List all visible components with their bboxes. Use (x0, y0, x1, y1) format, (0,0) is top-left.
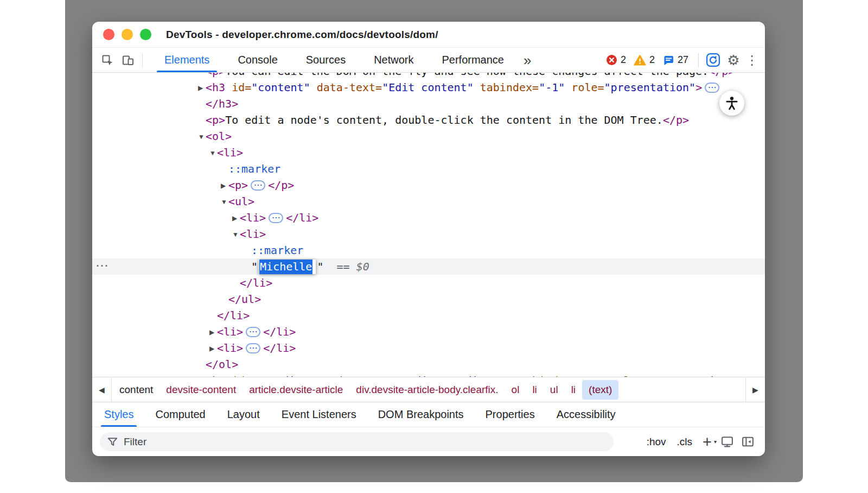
tab-network[interactable]: Network (360, 48, 427, 72)
token-attr: id= (225, 81, 251, 94)
toggle-sidebar-icon[interactable] (738, 432, 757, 452)
breadcrumb-item[interactable]: article.devsite-article (242, 380, 349, 400)
element-classes-button[interactable]: .cls (672, 434, 698, 450)
breadcrumb-item[interactable]: div.devsite-article-body.clearfix. (349, 380, 505, 400)
dom-tree-row[interactable]: </li> (92, 275, 765, 291)
dom-tree-row[interactable]: </h3> (92, 96, 765, 112)
warning-icon[interactable] (634, 54, 646, 66)
breadcrumb-item[interactable]: li (565, 380, 582, 400)
more-tabs-icon[interactable]: » (519, 53, 535, 67)
tab-sources[interactable]: Sources (292, 48, 360, 72)
sync-refresh-icon[interactable] (703, 50, 723, 70)
breadcrumb-forward-icon[interactable]: ▶ (745, 377, 765, 402)
filter-input[interactable] (124, 436, 341, 448)
issues-count[interactable]: 27 (678, 54, 688, 66)
disclosure-arrow-icon[interactable]: ▶ (232, 210, 240, 226)
dom-tree-row[interactable]: ::marker (92, 242, 765, 258)
disclosure-arrow-icon[interactable]: ▼ (232, 226, 240, 243)
inline-expand-icon[interactable]: ⋯ (246, 343, 260, 353)
token-tag: <h3 (206, 374, 225, 377)
breadcrumb-item[interactable]: devsite-content (159, 380, 242, 400)
disclosure-arrow-icon[interactable]: ▼ (221, 194, 228, 210)
token-text: To edit a node's content, double-click t… (225, 113, 663, 127)
token-dollar: $0 (356, 260, 369, 273)
dom-tree-row[interactable]: ▶<h3 id="content" data-text="Edit conten… (92, 79, 765, 96)
dom-tree-row[interactable]: ▼<li> (92, 226, 765, 242)
breadcrumb-back-icon[interactable]: ◀ (92, 377, 112, 402)
accessibility-overlay-button[interactable] (719, 91, 744, 116)
dom-tree-row[interactable]: </ul> (92, 291, 765, 307)
panel-tab-dom-breakpoints[interactable]: DOM Breakpoints (367, 402, 475, 427)
inline-expand-icon[interactable]: ⋯ (269, 213, 283, 223)
tab-console[interactable]: Console (224, 48, 291, 72)
token-attr: id= (225, 374, 251, 377)
token-text: You can edit the DOM on the fly and see … (225, 73, 709, 78)
dom-tree-row[interactable]: ▶<li>⋯</li> (92, 324, 765, 340)
dom-tree-row[interactable]: <p>To edit a node's content, double-clic… (92, 112, 765, 128)
breadcrumb-item[interactable]: ul (544, 380, 565, 400)
token-tag: </li> (217, 309, 250, 322)
disclosure-arrow-icon[interactable]: ▼ (198, 129, 206, 145)
issues-icon[interactable] (662, 54, 674, 66)
tab-performance[interactable]: Performance (428, 48, 519, 72)
disclosure-arrow-icon[interactable]: ▶ (221, 178, 228, 194)
disclosure-arrow-icon[interactable]: ▶ (198, 80, 206, 96)
dom-tree-row[interactable]: </ol> (92, 356, 765, 372)
dom-tree-row[interactable]: </li> (92, 307, 765, 324)
rendering-emulations-icon[interactable] (717, 432, 737, 452)
close-button[interactable] (103, 29, 114, 40)
disclosure-arrow-icon[interactable]: ▶ (209, 340, 217, 357)
maximize-button[interactable] (140, 29, 151, 40)
disclosure-arrow-icon[interactable]: ▶ (198, 373, 206, 377)
dom-tree-row[interactable]: <p>You can edit the DOM on the fly and s… (92, 73, 765, 79)
panel-tab-event-listeners[interactable]: Event Listeners (271, 402, 367, 427)
toggle-element-state-button[interactable]: :hov (642, 434, 671, 450)
inline-expand-icon[interactable]: ⋯ (246, 327, 260, 337)
disclosure-arrow-icon[interactable]: ▶ (209, 324, 217, 340)
dom-tree-row[interactable]: ::marker (92, 161, 765, 177)
dom-tree-row[interactable]: ▶<p>⋯</p> (92, 177, 765, 193)
inline-text-editor[interactable]: Michelle (259, 260, 316, 274)
token-tag: </li> (263, 342, 296, 355)
disclosure-arrow-icon[interactable]: ▼ (209, 145, 217, 161)
dom-tree-row[interactable]: ▼<li> (92, 144, 765, 161)
row-options-icon[interactable]: ⋯ (95, 257, 108, 274)
device-toolbar-icon[interactable] (118, 50, 138, 70)
breadcrumb-item[interactable]: (text) (582, 380, 618, 400)
tab-elements[interactable]: Elements (150, 48, 224, 72)
panel-tab-layout[interactable]: Layout (216, 402, 271, 427)
token-attr: data-text= (330, 374, 401, 377)
token-val: "-1" (578, 374, 604, 377)
inspect-element-icon[interactable] (98, 50, 117, 70)
error-icon[interactable] (606, 54, 617, 66)
error-count[interactable]: 2 (621, 54, 626, 66)
dom-tree-row[interactable]: ⋯"Michelle" == $0 (92, 258, 765, 275)
token-tag: </li> (240, 276, 272, 289)
inline-expand-icon[interactable]: ⋯ (251, 180, 265, 191)
kebab-menu-icon[interactable]: ⋮ (744, 50, 760, 70)
warning-count[interactable]: 2 (649, 54, 655, 66)
panel-tab-styles[interactable]: Styles (93, 402, 144, 427)
style-filter[interactable] (100, 432, 614, 451)
dom-tree-row[interactable]: ▶<li>⋯</li> (92, 210, 765, 226)
breadcrumb-item[interactable]: content (113, 380, 159, 400)
token-marker: ::marker (251, 244, 303, 257)
dom-tree-row[interactable]: ▼<ul> (92, 193, 765, 210)
panel-tab-properties[interactable]: Properties (475, 402, 546, 427)
dom-tree-row[interactable]: ▶<li>⋯</li> (92, 340, 765, 356)
minimize-button[interactable] (122, 29, 133, 40)
panel-tab-computed[interactable]: Computed (144, 402, 216, 427)
token-val: "presentation" (643, 374, 735, 377)
breadcrumb-item[interactable]: li (526, 380, 543, 400)
settings-gear-icon[interactable]: ⚙ (724, 50, 743, 70)
token-eq: == (323, 260, 356, 273)
token-tag: <ul> (228, 195, 254, 208)
dom-tree-row[interactable]: ▼<ol> (92, 128, 765, 144)
selected-text[interactable]: Michelle (259, 260, 312, 274)
panel-tab-accessibility[interactable]: Accessibility (546, 402, 627, 427)
dom-tree-row[interactable]: ▶<h3 id="attributes" data-text="Edit att… (92, 372, 765, 377)
breadcrumb-item[interactable]: ol (505, 380, 526, 400)
new-style-rule-button[interactable]: +▾ (698, 435, 716, 449)
token-val: "Edit attributes" (401, 374, 513, 377)
inline-expand-icon[interactable]: ⋯ (705, 83, 719, 93)
